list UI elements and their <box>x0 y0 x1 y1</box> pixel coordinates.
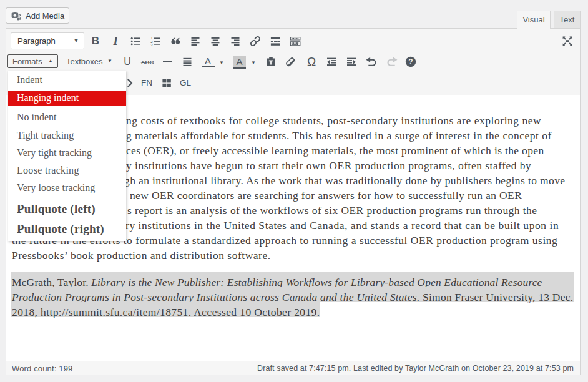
svg-text:?: ? <box>408 57 413 66</box>
svg-text:3: 3 <box>150 43 153 47</box>
